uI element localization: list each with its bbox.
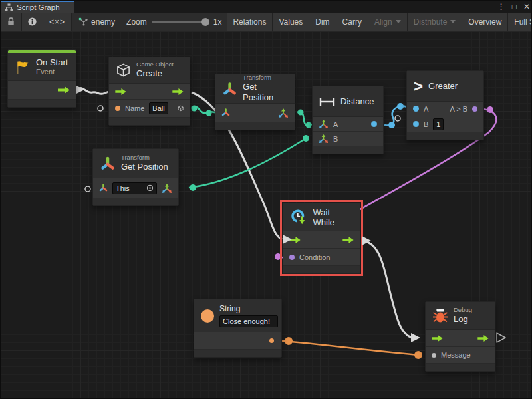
carry-label: Carry: [342, 17, 362, 27]
condition-input-port[interactable]: [289, 255, 295, 260]
wire-waitwhile-to-log: [364, 241, 412, 338]
wire-arrowhead-icon: [362, 236, 371, 245]
node-footer: [109, 118, 190, 125]
flow-out-port[interactable]: [58, 86, 70, 94]
close-icon[interactable]: ✕: [523, 1, 530, 13]
dim-label: Dim: [315, 17, 329, 27]
graph-tree-icon: [78, 17, 88, 26]
node-get-position-2[interactable]: Transform Get Position This: [92, 148, 179, 206]
vector3-input-port-a[interactable]: [319, 119, 329, 129]
zoom-slider[interactable]: [152, 17, 208, 27]
node-on-start[interactable]: On Start Event: [7, 49, 76, 108]
graph-breadcrumb[interactable]: enemy: [72, 13, 121, 31]
wire-string-to-message: [276, 340, 419, 355]
chevron-down-icon: [396, 20, 401, 23]
name-input-port[interactable]: [115, 106, 120, 111]
flow-out-port[interactable]: [172, 88, 184, 95]
carry-button[interactable]: Carry: [336, 13, 368, 31]
flow-out-port[interactable]: [477, 335, 489, 342]
overview-button[interactable]: Overview: [462, 13, 508, 31]
graph-canvas[interactable]: On Start Event Game Object Create: [1, 31, 532, 399]
wire-end-dot: [285, 337, 293, 345]
inspect-button[interactable]: [22, 13, 43, 31]
node-footer: [215, 122, 295, 130]
gameobject-output-port[interactable]: [178, 104, 184, 113]
node-get-position-1[interactable]: Transform Get Position: [215, 74, 295, 130]
graph-name: enemy: [91, 17, 115, 27]
flow-out-port[interactable]: [342, 237, 354, 243]
flow-in-port[interactable]: [115, 88, 126, 95]
wire-end-dot: [306, 122, 312, 128]
greater-output-port[interactable]: [472, 106, 477, 112]
object-picker-icon[interactable]: [146, 184, 154, 192]
name-field[interactable]: Ball: [149, 102, 168, 114]
vector3-input-port-b[interactable]: [319, 134, 329, 144]
window-controls: ⋮ □ ✕: [497, 1, 530, 13]
menu-dots-icon[interactable]: ⋮: [497, 1, 505, 13]
tab-bar: Script Graph ⋮ □ ✕: [1, 1, 532, 13]
maximize-icon[interactable]: □: [512, 1, 517, 13]
wire-distance-to-greater-a: [384, 106, 407, 126]
vector3-output-port[interactable]: [278, 108, 289, 118]
target-value: This: [116, 184, 130, 193]
lock-button[interactable]: [1, 13, 22, 31]
edit-code-button[interactable]: <×>: [43, 13, 72, 31]
string-output-port[interactable]: [269, 338, 274, 343]
node-distance[interactable]: Distance A B: [312, 86, 384, 154]
info-icon: [27, 17, 37, 27]
target-field[interactable]: This: [112, 182, 157, 194]
node-title: Distance: [340, 96, 374, 106]
node-wait-while[interactable]: Wait While Condition: [283, 203, 360, 274]
distribute-dropdown[interactable]: Distribute: [408, 13, 463, 31]
tab-script-graph[interactable]: Script Graph: [1, 1, 74, 13]
node-title: Log: [454, 314, 472, 325]
node-subtitle: Event: [36, 68, 68, 77]
name-label: Name: [125, 104, 144, 112]
string-value-field[interactable]: Close enough!: [219, 315, 278, 327]
node-create[interactable]: Game Object Create Name Ball: [108, 57, 190, 126]
vector3-output-port[interactable]: [162, 183, 172, 194]
node-category: Transform: [121, 154, 168, 162]
node-greater[interactable]: > Greater A A > B B 1: [406, 70, 484, 140]
lock-icon: [6, 17, 16, 27]
wire-end-dot: [397, 103, 404, 110]
node-debug-log[interactable]: Debug Log Message: [425, 301, 495, 372]
transform-icon: [222, 81, 237, 97]
relations-button[interactable]: Relations: [227, 13, 273, 31]
bug-icon: [432, 308, 448, 324]
node-category: Debug: [454, 306, 472, 314]
relations-label: Relations: [233, 17, 266, 27]
node-footer: [283, 266, 360, 273]
wait-while-icon: [290, 208, 308, 226]
node-footer: [8, 100, 76, 107]
distance-output-port[interactable]: [371, 121, 377, 127]
transform-input-port[interactable]: [99, 184, 108, 192]
message-input-port[interactable]: [432, 353, 436, 358]
node-footer: [93, 198, 178, 205]
node-string[interactable]: String Close enough!: [194, 299, 282, 358]
zoom-control: Zoom 1x: [121, 17, 227, 27]
node-category: Transform: [243, 74, 288, 82]
values-button[interactable]: Values: [273, 13, 309, 31]
flow-in-port[interactable]: [432, 335, 443, 342]
fullscreen-label: Full Screen: [514, 17, 532, 27]
wire-end-dot: [206, 110, 212, 116]
wire-onstart-to-create: [76, 88, 108, 94]
message-label: Message: [441, 351, 471, 359]
node-title: String: [219, 304, 278, 314]
b-value-field[interactable]: 1: [433, 118, 444, 130]
align-dropdown[interactable]: Align: [368, 13, 408, 31]
wire-end-dot: [192, 106, 198, 112]
greater-input-a-port[interactable]: [413, 106, 419, 112]
transform-input-port[interactable]: [221, 108, 230, 117]
wire-arrowhead-icon: [411, 333, 420, 342]
greater-input-b-port[interactable]: [413, 121, 419, 127]
node-title: Get Position: [243, 82, 288, 104]
hollow-port-circle: [98, 106, 103, 111]
zoom-slider-handle[interactable]: [201, 18, 209, 26]
wire-arrowhead-icon: [75, 85, 84, 94]
fullscreen-button[interactable]: Full Screen: [508, 13, 532, 31]
flow-in-port[interactable]: [289, 237, 301, 243]
dim-button[interactable]: Dim: [309, 13, 336, 31]
hollow-port-circle: [395, 116, 400, 121]
